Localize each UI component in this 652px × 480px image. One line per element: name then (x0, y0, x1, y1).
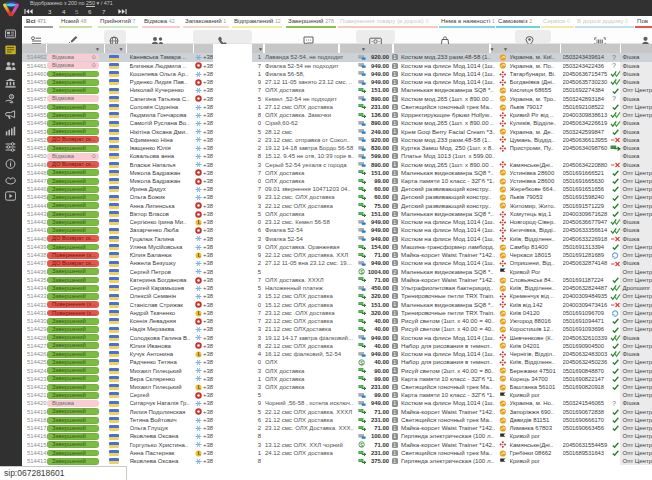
svg-text:$: $ (360, 442, 363, 448)
svg-text:$: $ (360, 359, 363, 365)
svg-text:$: $ (360, 269, 363, 275)
